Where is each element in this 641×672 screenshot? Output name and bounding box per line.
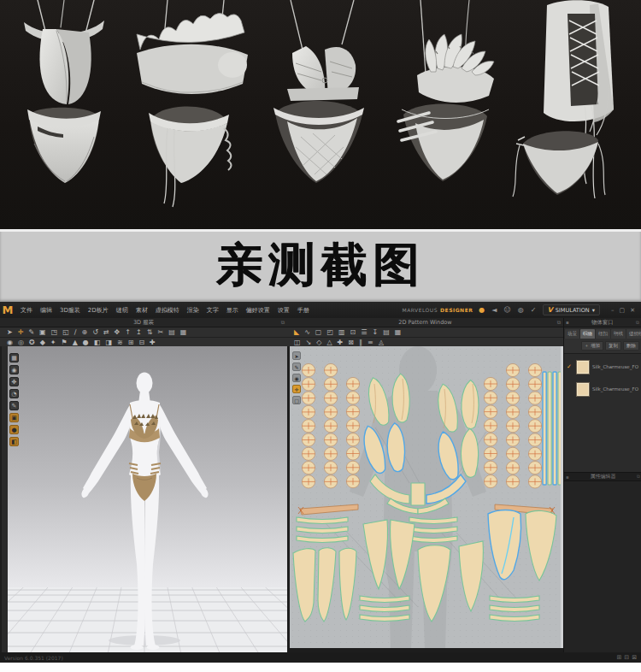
tool-icon[interactable]: ▢: [315, 328, 322, 336]
tool-icon[interactable]: ⊡: [350, 328, 356, 336]
close-button[interactable]: ✕: [630, 307, 635, 314]
tool-icon[interactable]: △: [326, 339, 332, 346]
layout-icon[interactable]: ⊞: [616, 654, 621, 661]
object-browser-tab[interactable]: 缝纫线: [626, 329, 641, 339]
menu-item[interactable]: 设置: [278, 306, 290, 315]
tool-icon[interactable]: ↥: [136, 328, 142, 336]
fabric-action-button[interactable]: ＋ 增加: [581, 341, 603, 351]
pattern-tool-icon[interactable]: ▢: [292, 396, 301, 404]
tool-icon[interactable]: ▦: [180, 328, 187, 336]
pattern-tool-icon[interactable]: ◉: [292, 374, 301, 382]
tool-icon[interactable]: ◳: [51, 328, 58, 336]
fabric-swatch[interactable]: [576, 360, 590, 374]
view-tool-icon[interactable]: ▦: [9, 353, 19, 363]
tool-icon[interactable]: ✪: [29, 339, 35, 346]
view-tool-icon[interactable]: ◧: [9, 437, 19, 446]
pattern-tool-icon[interactable]: ✛: [292, 385, 301, 393]
undock-icon[interactable]: ⧉: [557, 319, 561, 326]
tool-icon[interactable]: ▤: [168, 328, 175, 336]
tool-icon[interactable]: ⊕: [82, 328, 88, 336]
tool-icon[interactable]: ⊠: [348, 339, 354, 346]
Silk_Charmeuse_FO[interactable]: ✓ Silk_Charmeuse_FO: [564, 378, 641, 400]
tool-icon[interactable]: ✂: [157, 328, 163, 336]
tool-icon[interactable]: ≋: [117, 339, 123, 346]
viewport-3d[interactable]: ▦◉✥◔✎▣●◧: [2, 346, 287, 652]
tool-icon[interactable]: ☰: [361, 328, 367, 336]
tool-icon[interactable]: ◬: [379, 339, 384, 346]
layout-icon[interactable]: ⊟: [624, 654, 629, 661]
menu-item[interactable]: 编辑: [40, 306, 52, 315]
view-tool-icon[interactable]: ▣: [9, 413, 19, 422]
tool-icon[interactable]: ✎: [28, 328, 34, 336]
menu-item[interactable]: 素材: [136, 306, 148, 315]
menu-item[interactable]: 手册: [297, 306, 309, 315]
tool-icon[interactable]: ▥: [338, 328, 345, 336]
tool-icon[interactable]: ●: [83, 339, 89, 346]
tool-icon[interactable]: ⇄: [103, 328, 109, 336]
tool-icon[interactable]: ✚: [338, 339, 344, 346]
fabric-action-button[interactable]: 删除: [623, 341, 639, 351]
tool-icon[interactable]: ⊟: [138, 339, 144, 346]
check-icon[interactable]: ✓: [531, 306, 537, 314]
view-tool-icon[interactable]: ✥: [9, 377, 19, 386]
tool-icon[interactable]: ✥: [115, 328, 121, 336]
tool-icon[interactable]: ∿: [304, 328, 310, 336]
undock-icon[interactable]: ⧉: [636, 320, 639, 326]
tool-icon[interactable]: ↘: [306, 339, 312, 346]
tool-icon[interactable]: ◇: [316, 339, 321, 346]
pattern-tool-icon[interactable]: ➤: [292, 351, 301, 360]
undock-icon[interactable]: ⧉: [637, 474, 640, 480]
globe-icon[interactable]: ◍: [518, 306, 524, 314]
user-icon[interactable]: ☺: [504, 306, 511, 314]
tool-icon[interactable]: ⇅: [147, 328, 153, 336]
menu-item[interactable]: 3D服装: [60, 306, 80, 315]
tool-icon[interactable]: ✚: [150, 339, 156, 346]
tool-icon[interactable]: ◎: [18, 339, 24, 346]
object-browser-tab[interactable]: 织物: [580, 329, 595, 339]
tool-icon[interactable]: ◨: [105, 339, 112, 346]
tool-icon[interactable]: ➤: [7, 328, 13, 336]
tool-icon[interactable]: ↧: [372, 328, 378, 336]
speaker-icon[interactable]: ◄: [491, 306, 497, 314]
minimize-button[interactable]: –: [611, 307, 615, 314]
tool-icon[interactable]: ✛: [18, 328, 24, 336]
object-browser-tab[interactable]: 纽扣: [596, 329, 610, 339]
tool-icon[interactable]: ⚑: [62, 339, 68, 346]
tool-icon[interactable]: ◱: [62, 328, 69, 336]
tool-icon[interactable]: ◉: [7, 339, 13, 346]
menu-item[interactable]: 虚拟模特: [156, 306, 179, 315]
object-browser-header[interactable]: ▪ 物体窗口 ⧉: [564, 318, 641, 327]
tool-icon[interactable]: ◰: [326, 328, 333, 336]
scrollbar-vertical[interactable]: [561, 346, 563, 648]
menu-item[interactable]: 缝纫: [116, 306, 128, 315]
tool-icon[interactable]: ◣: [294, 328, 299, 336]
fabric-swatch[interactable]: [576, 382, 590, 397]
object-browser-tab[interactable]: 场景: [565, 329, 579, 339]
simulation-button[interactable]: V SIMULATION ▾: [543, 304, 600, 315]
tool-icon[interactable]: ≡: [368, 339, 373, 346]
tool-icon[interactable]: ▣: [39, 328, 46, 336]
menu-item[interactable]: 渲染: [187, 306, 199, 315]
tool-icon[interactable]: ◧: [94, 339, 101, 346]
tool-icon[interactable]: ▲: [73, 339, 78, 346]
layout-icon[interactable]: ⊠: [632, 654, 637, 661]
view-tool-icon[interactable]: ◉: [9, 365, 19, 374]
view-tool-icon[interactable]: ✎: [9, 401, 19, 410]
viewport-2d[interactable]: ➤✎◉✛▢: [290, 346, 563, 648]
tool-icon[interactable]: ✦: [50, 339, 56, 346]
object-browser-tab[interactable]: 明线: [611, 329, 626, 339]
maximize-button[interactable]: ▢: [620, 307, 626, 314]
menu-item[interactable]: 显示: [226, 306, 238, 315]
pattern-tool-icon[interactable]: ✎: [292, 363, 301, 371]
tool-icon[interactable]: ▦: [395, 328, 402, 336]
property-editor-header[interactable]: ▪ 属性编辑器 ⧉: [564, 472, 641, 481]
promo-text[interactable]: MARVELOUS DESIGNER: [402, 307, 473, 313]
menu-item[interactable]: 2D板片: [88, 306, 109, 315]
tool-icon[interactable]: ◫: [294, 339, 301, 346]
tool-icon[interactable]: ◆: [40, 339, 45, 346]
undock-icon[interactable]: ⧉: [281, 319, 285, 326]
tool-icon[interactable]: ▤: [383, 328, 390, 336]
panel-header-3d[interactable]: 3D 服装 ⧉: [0, 318, 287, 327]
bell-icon[interactable]: ●: [479, 306, 485, 314]
fabric-action-button[interactable]: 复制: [605, 341, 621, 351]
